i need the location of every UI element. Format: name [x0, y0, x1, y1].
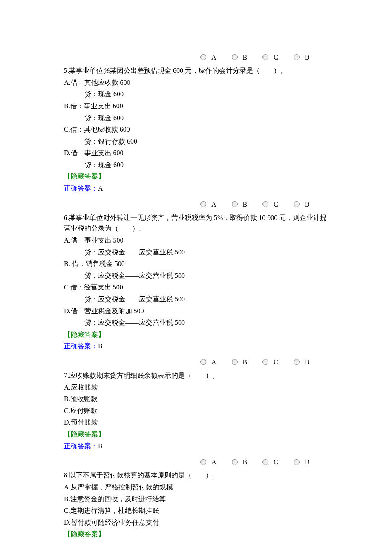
radio-option-a[interactable]: A [200, 198, 216, 210]
q7-stem: 7.应收账款期末贷方明细账余额表示的是（ ）。 [64, 370, 328, 381]
radio-label-a: A [211, 358, 216, 365]
q6-stem: 6.某事业单位对外转让一无形资产，营业税税率为 5%；取得价款 10 000 元… [64, 212, 328, 234]
q6-option-a-line2: 贷：应交税金——应交营业税 500 [64, 247, 328, 258]
radio-circle-icon [262, 54, 268, 60]
q5-option-d-line2: 贷：现金 600 [64, 159, 328, 171]
radio-option-b[interactable]: B [232, 198, 248, 210]
radio-circle-icon [200, 359, 206, 365]
radio-label-d: D [305, 200, 310, 208]
q7-answer-value: B [98, 442, 103, 450]
q7-option-b: B.预收账款 [64, 393, 328, 405]
q8-stem: 8.以下不属于暂付款核算的基本原则的是（ ）。 [64, 470, 328, 481]
q6-option-d-line1: D.借：营业税金及附加 500 [64, 306, 328, 317]
q8-option-b: B.注意资金的回收，及时进行结算 [64, 494, 328, 505]
radio-option-d[interactable]: D [294, 51, 310, 63]
q6-answer-value: B [98, 342, 103, 350]
radio-label-c: C [274, 200, 278, 208]
radio-label-c: C [274, 358, 278, 365]
hide-answer-link[interactable]: 【隐藏答案】 [64, 529, 328, 540]
radio-option-b[interactable]: B [232, 456, 248, 467]
question-6: 6.某事业单位对外转让一无形资产，营业税税率为 5%；取得价款 10 000 元… [64, 212, 328, 352]
q5-option-c-line2: 贷：银行存款 600 [64, 136, 328, 147]
radio-label-c: C [274, 458, 278, 465]
radio-row-q6: A B C D [64, 356, 328, 367]
radio-label-a: A [211, 458, 216, 465]
q8-option-a: A.从严掌握，严格控制暂付款的规模 [64, 482, 328, 493]
hide-answer-link[interactable]: 【隐藏答案】 [64, 171, 328, 182]
question-7: 7.应收账款期末贷方明细账余额表示的是（ ）。 A.应收账款 B.预收账款 C.… [64, 370, 328, 451]
radio-circle-icon [200, 201, 206, 207]
q6-option-d-line2: 贷：应交税金——应交营业税 500 [64, 317, 328, 328]
correct-answer-label: 正确答案： [64, 185, 98, 192]
radio-label-a: A [211, 200, 216, 208]
q7-option-c: C.应付账款 [64, 405, 328, 416]
q7-correct-answer: 正确答案：B [64, 441, 328, 452]
radio-label-b: B [243, 54, 248, 61]
radio-label-d: D [305, 54, 310, 61]
radio-circle-icon [294, 359, 300, 365]
radio-option-b[interactable]: B [232, 51, 248, 63]
q6-option-a-line1: A.借：事业支出 500 [64, 235, 328, 246]
q5-option-a-line2: 贷：现金 600 [64, 89, 328, 100]
q5-answer-value: A [98, 185, 103, 192]
radio-circle-icon [262, 459, 268, 465]
radio-option-d[interactable]: D [294, 356, 310, 367]
radio-label-b: B [243, 358, 248, 365]
radio-circle-icon [232, 359, 238, 365]
q5-stem: 5.某事业单位张某因公出差预借现金 600 元，应作的会计分录是（ ）。 [64, 65, 328, 76]
radio-option-d[interactable]: D [294, 198, 310, 210]
q5-option-d-line1: D.借：事业支出 600 [64, 147, 328, 159]
radio-option-a[interactable]: A [200, 456, 216, 467]
question-8: 8.以下不属于暂付款核算的基本原则的是（ ）。 A.从严掌握，严格控制暂付款的规… [64, 470, 328, 540]
q8-option-c: C.定期进行清算，杜绝长期挂账 [64, 505, 328, 516]
radio-circle-icon [294, 201, 300, 207]
q6-option-b-line2: 贷：应交税金——应交营业税 500 [64, 270, 328, 281]
question-5: 5.某事业单位张某因公出差预借现金 600 元，应作的会计分录是（ ）。 A.借… [64, 65, 328, 194]
radio-label-d: D [305, 358, 310, 365]
q5-option-c-line1: C.借：其他应收款 600 [64, 124, 328, 135]
radio-option-d[interactable]: D [294, 456, 310, 467]
q7-option-d: D.预付账款 [64, 417, 328, 428]
radio-label-c: C [274, 54, 278, 61]
radio-circle-icon [200, 54, 206, 60]
radio-row-q5: A B C D [64, 198, 328, 210]
radio-row-q4: A B C D [64, 51, 328, 63]
radio-option-a[interactable]: A [200, 356, 216, 367]
correct-answer-label: 正确答案： [64, 442, 98, 450]
radio-option-c[interactable]: C [262, 356, 278, 367]
q6-correct-answer: 正确答案：B [64, 341, 328, 352]
radio-circle-icon [232, 459, 238, 465]
radio-circle-icon [232, 54, 238, 60]
radio-circle-icon [294, 54, 300, 60]
radio-circle-icon [232, 201, 238, 207]
radio-option-a[interactable]: A [200, 51, 216, 63]
correct-answer-label: 正确答案： [64, 342, 98, 350]
q5-option-b-line2: 贷：现金 600 [64, 113, 328, 124]
radio-circle-icon [262, 201, 268, 207]
radio-option-b[interactable]: B [232, 356, 248, 367]
radio-label-b: B [243, 200, 248, 208]
q6-option-b-line1: B. 借：销售税金 500 [64, 258, 328, 269]
q5-option-b-line1: B.借：事业支出 600 [64, 101, 328, 112]
radio-circle-icon [200, 459, 206, 465]
hide-answer-link[interactable]: 【隐藏答案】 [64, 329, 328, 340]
radio-label-b: B [243, 458, 248, 465]
q8-option-d: D.暂付款可随经济业务任意支付 [64, 517, 328, 528]
hide-answer-link[interactable]: 【隐藏答案】 [64, 429, 328, 440]
radio-row-q7: A B C D [64, 456, 328, 467]
radio-option-c[interactable]: C [262, 51, 278, 63]
radio-circle-icon [262, 359, 268, 365]
radio-label-d: D [305, 458, 310, 465]
q5-option-a-line1: A.借：其他应收款 600 [64, 77, 328, 88]
radio-label-a: A [211, 54, 216, 61]
q6-option-c-line2: 贷：应交税金——应交营业税 500 [64, 294, 328, 305]
radio-circle-icon [294, 459, 300, 465]
radio-option-c[interactable]: C [262, 198, 278, 210]
q5-correct-answer: 正确答案：A [64, 183, 328, 194]
q7-option-a: A.应收账款 [64, 382, 328, 393]
radio-option-c[interactable]: C [262, 456, 278, 467]
q6-option-c-line1: C.借：经营支出 500 [64, 282, 328, 293]
